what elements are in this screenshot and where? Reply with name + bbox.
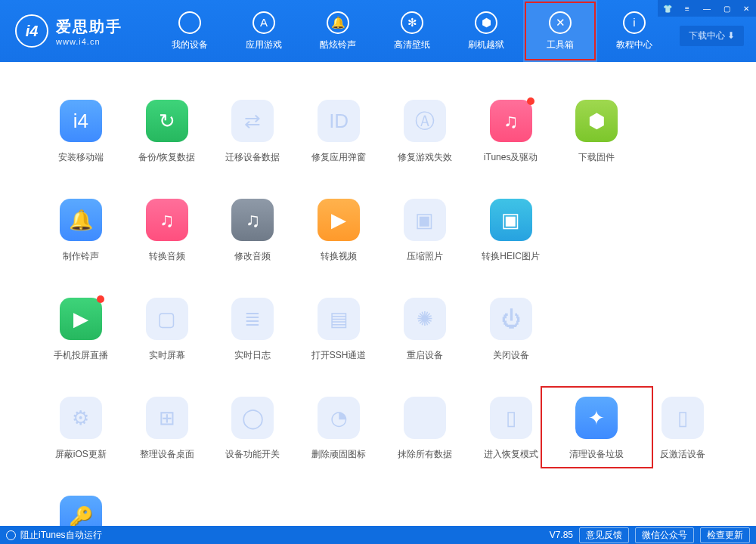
tool-label: 重启设备 bbox=[407, 349, 443, 362]
tool-item[interactable]: ✦ 清理设备垃圾 bbox=[554, 397, 640, 461]
tool-icon: ⏻ bbox=[490, 298, 532, 340]
tool-item[interactable]: ID 修复应用弹窗 bbox=[296, 100, 382, 164]
tool-grid: i4 安装移动端↻ 备份/恢复数据⇄ 迁移设备数据ID 修复应用弹窗Ⓐ 修复游戏… bbox=[38, 100, 726, 526]
tool-item[interactable]: ▢ 实时屏幕 bbox=[124, 298, 210, 362]
nav-label: 酷炫铃声 bbox=[320, 39, 356, 51]
tool-icon: ♫ bbox=[490, 100, 532, 142]
close-button[interactable]: ✕ bbox=[736, 0, 756, 17]
tool-label: 进入恢复模式 bbox=[484, 448, 538, 461]
footer-status-text: 阻止iTunes自动运行 bbox=[20, 529, 102, 542]
tool-item[interactable]: ♫ 修改音频 bbox=[210, 199, 296, 263]
nav-ring[interactable]: 🔔 酷炫铃声 bbox=[301, 0, 375, 62]
tool-icon: i4 bbox=[60, 100, 102, 142]
tool-item[interactable]: ⏻ 关闭设备 bbox=[468, 298, 554, 362]
tool-item[interactable]: 🔔 制作铃声 bbox=[38, 199, 124, 263]
tool-item[interactable]: ◔ 删除顽固图标 bbox=[296, 397, 382, 461]
nav-label: 高清壁纸 bbox=[394, 39, 430, 51]
nav-label: 应用游戏 bbox=[246, 39, 282, 51]
nav-toolbox[interactable]: ✕ 工具箱 bbox=[523, 0, 597, 62]
tool-icon: ⬢ bbox=[575, 100, 618, 142]
nav-jailbreak[interactable]: ⬢ 刷机越狱 bbox=[449, 0, 523, 62]
footer-button[interactable]: 检查更新 bbox=[700, 527, 750, 543]
tool-label: 转换HEIC图片 bbox=[482, 250, 540, 263]
tool-label: 转换视频 bbox=[321, 250, 357, 263]
tool-label: 实时屏幕 bbox=[149, 349, 185, 362]
tool-item[interactable]: 🔑 访问限制 bbox=[38, 496, 124, 526]
toolbox-icon: ✕ bbox=[549, 11, 572, 34]
tool-icon: ↻ bbox=[146, 100, 188, 142]
tool-label: 打开SSH通道 bbox=[311, 349, 367, 362]
tool-item[interactable]: ✺ 重启设备 bbox=[382, 298, 468, 362]
tool-item[interactable]: Ⓐ 修复游戏失效 bbox=[382, 100, 468, 164]
tool-icon: ◔ bbox=[318, 397, 360, 439]
tool-label: 整理设备桌面 bbox=[140, 448, 194, 461]
tool-item[interactable]: ♫ 转换音频 bbox=[124, 199, 210, 263]
tool-label: 备份/恢复数据 bbox=[138, 151, 195, 164]
tool-icon: ▶ bbox=[60, 298, 102, 340]
tool-icon: ≣ bbox=[231, 298, 274, 340]
tool-icon: ◯ bbox=[231, 397, 274, 439]
empty-slot bbox=[640, 298, 726, 362]
footer-button[interactable]: 意见反馈 bbox=[579, 527, 629, 543]
nav-device[interactable]: 我的设备 bbox=[153, 0, 227, 62]
tool-icon: Ⓐ bbox=[404, 100, 446, 142]
tool-item[interactable]: ▯ 反激活设备 bbox=[640, 397, 726, 461]
tool-item[interactable]: ▤ 打开SSH通道 bbox=[296, 298, 382, 362]
tool-item[interactable]: ⬢ 下载固件 bbox=[554, 100, 640, 164]
tool-item[interactable]: ▣ 压缩照片 bbox=[382, 199, 468, 263]
footer-button[interactable]: 微信公众号 bbox=[635, 527, 694, 543]
app-title-en: www.i4.cn bbox=[56, 37, 122, 46]
footer-bar: 阻止iTunes自动运行 V7.85 意见反馈微信公众号检查更新 bbox=[0, 526, 756, 544]
nav-apps[interactable]: A 应用游戏 bbox=[227, 0, 301, 62]
empty-slot bbox=[554, 199, 640, 263]
empty-slot bbox=[640, 100, 726, 164]
tool-label: 修复应用弹窗 bbox=[311, 151, 366, 164]
tool-item[interactable]: ◯ 设备功能开关 bbox=[210, 397, 296, 461]
shirt-icon[interactable]: 👕 bbox=[658, 0, 677, 17]
ring-icon: 🔔 bbox=[327, 11, 349, 34]
empty-slot bbox=[640, 199, 726, 263]
tool-item[interactable]: ⊞ 整理设备桌面 bbox=[124, 397, 210, 461]
tool-label: 设备功能开关 bbox=[225, 448, 280, 461]
download-center-button[interactable]: 下载中心 ⬇ bbox=[680, 26, 744, 46]
tool-item[interactable]: i4 安装移动端 bbox=[38, 100, 124, 164]
tool-item[interactable]: ▣ 转换HEIC图片 bbox=[468, 199, 554, 263]
logo-icon: i4 bbox=[15, 14, 48, 48]
tool-item[interactable]: ▶ 转换视频 bbox=[296, 199, 382, 263]
notification-dot-icon bbox=[97, 295, 104, 303]
tool-icon: ⊞ bbox=[146, 397, 188, 439]
tool-icon: ▯ bbox=[490, 397, 532, 439]
tool-item[interactable]: ⚙ 屏蔽iOS更新 bbox=[38, 397, 124, 461]
tool-icon: 🔔 bbox=[60, 199, 102, 241]
minimize-button[interactable]: — bbox=[697, 0, 717, 17]
tool-label: 清理设备垃圾 bbox=[569, 448, 624, 461]
nav-label: 刷机越狱 bbox=[468, 39, 504, 51]
tool-label: 抹除所有数据 bbox=[398, 448, 452, 461]
tool-label: 安装移动端 bbox=[58, 151, 104, 164]
app-header: i4 爱思助手 www.i4.cn 我的设备A 应用游戏🔔 酷炫铃声✻ 高清壁纸… bbox=[0, 0, 756, 62]
tool-icon: ▢ bbox=[146, 298, 188, 340]
tool-item[interactable]: ▶ 手机投屏直播 bbox=[38, 298, 124, 362]
tool-item[interactable]: 抹除所有数据 bbox=[382, 397, 468, 461]
nav-wall[interactable]: ✻ 高清壁纸 bbox=[375, 0, 449, 62]
tool-label: 制作铃声 bbox=[63, 250, 99, 263]
tool-icon: ID bbox=[318, 100, 360, 142]
tool-item[interactable]: ↻ 备份/恢复数据 bbox=[124, 100, 210, 164]
menu-icon[interactable]: ≡ bbox=[677, 0, 697, 17]
tool-label: 关闭设备 bbox=[493, 349, 529, 362]
tool-icon: ▶ bbox=[318, 199, 360, 241]
tool-label: 转换音频 bbox=[149, 250, 185, 263]
version-label: V7.85 bbox=[550, 530, 573, 540]
app-title-cn: 爱思助手 bbox=[56, 17, 122, 37]
tool-label: 迁移设备数据 bbox=[225, 151, 280, 164]
tool-icon bbox=[404, 397, 446, 439]
tool-icon: ♫ bbox=[146, 199, 188, 241]
maximize-button[interactable]: ▢ bbox=[717, 0, 736, 17]
tool-item[interactable]: ♫ iTunes及驱动 bbox=[468, 100, 554, 164]
tool-item[interactable]: ⇄ 迁移设备数据 bbox=[210, 100, 296, 164]
tool-item[interactable]: ≣ 实时日志 bbox=[210, 298, 296, 362]
tool-icon: ▣ bbox=[490, 199, 532, 241]
tool-label: 下载固件 bbox=[578, 151, 615, 164]
main-nav: 我的设备A 应用游戏🔔 酷炫铃声✻ 高清壁纸⬢ 刷机越狱✕ 工具箱i 教程中心 bbox=[153, 0, 671, 62]
nav-label: 工具箱 bbox=[547, 39, 574, 51]
